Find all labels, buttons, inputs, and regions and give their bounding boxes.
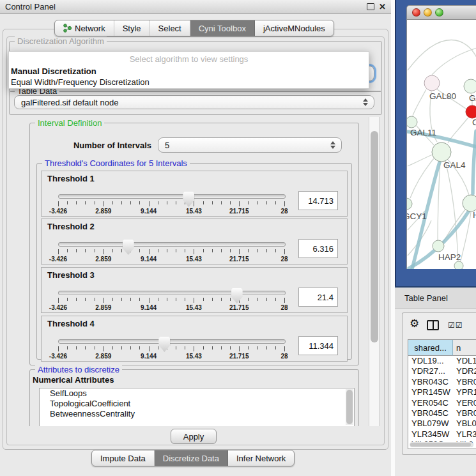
table-data-selected: galFiltered.sif default node bbox=[21, 98, 118, 107]
threshold-value-field[interactable]: 14.713 bbox=[298, 191, 338, 210]
table-cell-name[interactable]: YPR1 bbox=[453, 387, 476, 397]
node-attribute-table: shared... n YDL19...YDL1YDR27...YDR2YBR0… bbox=[408, 339, 476, 449]
network-view-canvas[interactable]: GAL80GACGAL11GAL4GCY1HHAP2 bbox=[406, 20, 476, 269]
attributes-list-scrollbar[interactable] bbox=[346, 389, 353, 425]
cyni-mode-tabs: Impute Data Discretize Data Infer Networ… bbox=[91, 450, 295, 466]
settings-scrollbar[interactable] bbox=[369, 117, 380, 426]
settings-scrollbar-thumb[interactable] bbox=[371, 131, 378, 342]
slider-tick bbox=[95, 346, 95, 349]
slider-tick bbox=[194, 346, 194, 351]
tab-discretize-data[interactable]: Discretize Data bbox=[155, 450, 228, 466]
table-row[interactable]: YDL19...YDL1 bbox=[408, 356, 476, 366]
table-cell-shared-name[interactable]: YBR043C bbox=[408, 377, 453, 387]
slider-tick bbox=[95, 298, 95, 301]
slider-tick-label: 28 bbox=[280, 208, 288, 215]
table-cell-name[interactable]: YER0 bbox=[453, 398, 476, 408]
table-row[interactable]: YBR043CYBR0 bbox=[408, 377, 476, 387]
dropdown-option-manual[interactable]: Manual Discretization bbox=[9, 66, 369, 77]
table-horizontal-scrollbar[interactable] bbox=[410, 442, 473, 447]
table-cell-name[interactable]: YBL0 bbox=[453, 418, 476, 429]
threshold-slider-track[interactable] bbox=[58, 291, 286, 295]
close-traffic-light[interactable] bbox=[412, 8, 420, 17]
column-selector-icon[interactable] bbox=[427, 320, 439, 330]
network-window-titlebar bbox=[406, 5, 476, 20]
threshold-slider-track[interactable] bbox=[58, 194, 286, 199]
table-data-combobox[interactable]: galFiltered.sif default node bbox=[14, 95, 374, 109]
table-row[interactable]: YLR345WYLR3 bbox=[408, 429, 476, 440]
table-cell-name[interactable]: YDL1 bbox=[453, 356, 476, 366]
table-row[interactable]: YDR27...YDR2 bbox=[408, 366, 476, 376]
tab-style[interactable]: Style bbox=[114, 20, 150, 36]
threshold-slider-thumb[interactable] bbox=[231, 288, 243, 303]
tab-cyni-toolbox[interactable]: Cyni Toolbox bbox=[190, 20, 255, 36]
slider-tick bbox=[130, 346, 131, 349]
table-row[interactable]: YPR145WYPR1 bbox=[408, 387, 476, 397]
tab-infer-network[interactable]: Infer Network bbox=[228, 450, 294, 466]
slider-tick bbox=[203, 249, 204, 252]
table-cell-name[interactable]: YBR0 bbox=[453, 377, 476, 387]
zoom-traffic-light[interactable] bbox=[435, 8, 443, 17]
network-node-hap2-node[interactable] bbox=[433, 240, 444, 252]
slider-tick bbox=[158, 249, 158, 252]
select-rows-checkbox-icons[interactable]: ☑☑ bbox=[448, 321, 463, 330]
table-row[interactable]: YBL079WYBL0 bbox=[408, 418, 476, 429]
threshold-slider-thumb[interactable] bbox=[158, 337, 170, 352]
attributes-group: Attributes to discretize Numerical Attri… bbox=[29, 369, 359, 426]
table-settings-gear-icon[interactable]: ⚙ bbox=[410, 318, 419, 329]
table-cell-shared-name[interactable]: YPR145W bbox=[408, 387, 453, 397]
table-cell-shared-name[interactable]: YLR345W bbox=[408, 429, 453, 440]
threshold-value-field[interactable]: 21.4 bbox=[298, 288, 338, 307]
table-cell-name[interactable]: YBR0 bbox=[453, 408, 476, 418]
network-node-h-node[interactable] bbox=[463, 195, 476, 211]
close-icon[interactable]: ✕ bbox=[379, 3, 386, 11]
table-cell-shared-name[interactable]: YER054C bbox=[408, 398, 453, 408]
table-cell-shared-name[interactable]: YDR27... bbox=[408, 366, 453, 376]
slider-tick bbox=[85, 346, 86, 349]
network-node-gcy1-node[interactable] bbox=[407, 198, 412, 210]
float-window-icon[interactable] bbox=[367, 3, 374, 10]
attributes-scrollbar-thumb[interactable] bbox=[346, 390, 353, 424]
number-of-intervals-combobox[interactable]: 5 bbox=[158, 137, 342, 153]
tab-jactivemnodules[interactable]: jActiveMNodules bbox=[255, 20, 334, 36]
table-cell-shared-name[interactable]: YBL079W bbox=[408, 418, 453, 429]
network-node-gal80-node[interactable] bbox=[424, 75, 440, 91]
table-horizontal-scrollbar-thumb[interactable] bbox=[410, 443, 471, 447]
threshold-slider-track[interactable] bbox=[58, 242, 286, 247]
attribute-list-item[interactable]: SelfLoops bbox=[40, 388, 354, 399]
slider-tick bbox=[167, 298, 167, 301]
attribute-list-item[interactable]: BetweennessCentrality bbox=[40, 409, 354, 419]
table-cell-name[interactable]: YDR2 bbox=[453, 366, 476, 376]
slider-tick bbox=[158, 298, 158, 301]
attribute-list-item[interactable]: TopologicalCoefficient bbox=[40, 399, 354, 409]
tab-network[interactable]: Network bbox=[55, 20, 114, 36]
network-node-top-right-node[interactable] bbox=[464, 79, 476, 93]
threshold-label: Threshold 4 bbox=[47, 319, 95, 328]
network-node-left-node[interactable] bbox=[407, 116, 417, 128]
slider-tick bbox=[67, 201, 68, 204]
table-cell-shared-name[interactable]: YDL19... bbox=[408, 356, 453, 366]
tab-select[interactable]: Select bbox=[150, 20, 190, 36]
threshold-slider-thumb[interactable] bbox=[183, 192, 194, 207]
slider-tick bbox=[185, 298, 185, 301]
dropdown-option-equal-width[interactable]: Equal Width/Frequency Discretization bbox=[9, 77, 369, 88]
network-node-red-node[interactable] bbox=[466, 105, 476, 118]
threshold-slider-track[interactable] bbox=[58, 339, 286, 344]
network-node-bottom-node[interactable] bbox=[454, 261, 463, 269]
table-row[interactable]: YBR045CYBR0 bbox=[408, 408, 476, 418]
minimize-traffic-light[interactable] bbox=[424, 8, 432, 17]
column-header-shared-name[interactable]: shared... bbox=[408, 340, 453, 356]
slider-tick bbox=[76, 201, 77, 204]
thresholds-group-label: Threshold's Coordinates for 5 Intervals bbox=[42, 158, 190, 168]
threshold-value-field[interactable]: 11.344 bbox=[298, 336, 338, 355]
threshold-value-field[interactable]: 6.316 bbox=[298, 239, 338, 258]
table-row[interactable]: YER054CYER0 bbox=[408, 398, 476, 408]
apply-button[interactable]: Apply bbox=[171, 429, 217, 444]
network-node-gal4-node[interactable] bbox=[432, 142, 451, 162]
threshold-slider-thumb[interactable] bbox=[123, 240, 134, 255]
slider-tick bbox=[284, 249, 285, 254]
slider-tick bbox=[230, 298, 231, 301]
tab-impute-data[interactable]: Impute Data bbox=[92, 450, 155, 466]
table-cell-shared-name[interactable]: YBR045C bbox=[408, 408, 453, 418]
column-header-name[interactable]: n bbox=[453, 340, 476, 356]
table-cell-name[interactable]: YLR3 bbox=[453, 429, 476, 440]
